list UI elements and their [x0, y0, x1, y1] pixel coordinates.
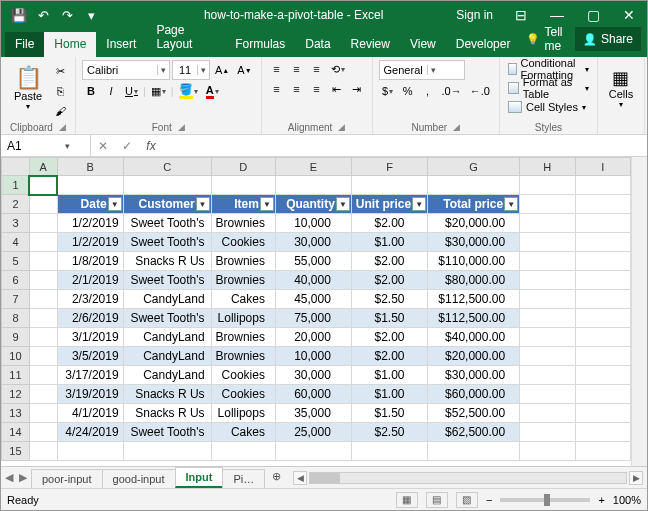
dialog-launcher-icon[interactable]: ◢ [453, 122, 460, 133]
cell-date[interactable]: 3/1/2019 [57, 328, 123, 347]
cell-quantity[interactable]: 10,000 [275, 214, 351, 233]
name-box-input[interactable] [1, 138, 61, 154]
row-header-12[interactable]: 12 [2, 385, 30, 404]
col-header-H[interactable]: H [520, 158, 575, 176]
cell[interactable] [575, 366, 630, 385]
row-header-9[interactable]: 9 [2, 328, 30, 347]
cell-quantity[interactable]: 30,000 [275, 233, 351, 252]
cell[interactable] [29, 233, 57, 252]
cell-total-price[interactable]: $52,500.00 [428, 404, 520, 423]
align-bottom-button[interactable]: ≡ [308, 60, 326, 78]
filter-icon[interactable]: ▼ [336, 197, 350, 211]
paste-button[interactable]: 📋 Paste ▾ [7, 60, 49, 116]
cut-button[interactable]: ✂ [51, 62, 69, 80]
comma-format-button[interactable]: , [419, 82, 437, 100]
new-sheet-button[interactable]: ⊕ [264, 467, 289, 488]
cell[interactable] [29, 442, 57, 461]
font-size-dropdown[interactable]: 11▾ [172, 60, 210, 80]
cell-customer[interactable]: Sweet Tooth's [123, 214, 211, 233]
border-button[interactable]: ▦ [148, 82, 169, 100]
cell-quantity[interactable]: 55,000 [275, 252, 351, 271]
row-header-13[interactable]: 13 [2, 404, 30, 423]
cell-customer[interactable]: Sweet Tooth's [123, 423, 211, 442]
cell-customer[interactable]: Snacks R Us [123, 385, 211, 404]
cell-date[interactable]: 4/1/2019 [57, 404, 123, 423]
cell-total-price[interactable]: $20,000.00 [428, 347, 520, 366]
cell[interactable] [29, 309, 57, 328]
cell-customer[interactable]: Sweet Tooth's [123, 233, 211, 252]
cell-quantity[interactable]: 20,000 [275, 328, 351, 347]
cell[interactable] [29, 290, 57, 309]
copy-button[interactable]: ⎘ [51, 82, 69, 100]
cell-total-price[interactable]: $20,000.00 [428, 214, 520, 233]
cell[interactable] [57, 442, 123, 461]
fx-icon[interactable]: fx [139, 139, 163, 153]
page-layout-view-button[interactable]: ▤ [426, 492, 448, 508]
cell-item[interactable]: Cookies [211, 385, 275, 404]
zoom-slider[interactable] [500, 498, 590, 502]
cell-quantity[interactable]: 30,000 [275, 366, 351, 385]
cell[interactable] [575, 195, 630, 214]
worksheet-grid[interactable]: ABCDEFGHI12Date▼Customer▼Item▼Quantity▼U… [1, 157, 631, 461]
tab-formulas[interactable]: Formulas [225, 32, 295, 57]
qat-customize-icon[interactable]: ▾ [81, 5, 101, 25]
filter-icon[interactable]: ▼ [412, 197, 426, 211]
sheet-tab-good-input[interactable]: good-input [102, 469, 176, 488]
cell-item[interactable]: Cakes [211, 423, 275, 442]
fill-color-button[interactable]: 🪣 [176, 82, 201, 100]
cell-date[interactable]: 3/19/2019 [57, 385, 123, 404]
cell-customer[interactable]: Sweet Tooth's [123, 271, 211, 290]
cell-customer[interactable]: Sweet Tooth's [123, 309, 211, 328]
scroll-left-icon[interactable]: ◀ [293, 471, 307, 485]
filter-icon[interactable]: ▼ [196, 197, 210, 211]
increase-indent-button[interactable]: ⇥ [348, 80, 366, 98]
cancel-formula-icon[interactable]: ✕ [91, 139, 115, 153]
col-header-I[interactable]: I [575, 158, 630, 176]
decrease-font-button[interactable]: A▼ [234, 61, 254, 79]
cell[interactable] [575, 423, 630, 442]
cell-total-price[interactable]: $30,000.00 [428, 366, 520, 385]
dialog-launcher-icon[interactable]: ◢ [338, 122, 345, 133]
scroll-right-icon[interactable]: ▶ [629, 471, 643, 485]
col-header-D[interactable]: D [211, 158, 275, 176]
font-color-button[interactable]: A [203, 82, 222, 100]
align-center-button[interactable]: ≡ [288, 80, 306, 98]
align-right-button[interactable]: ≡ [308, 80, 326, 98]
col-header-F[interactable]: F [351, 158, 427, 176]
row-header-4[interactable]: 4 [2, 233, 30, 252]
cell-total-price[interactable]: $112,500.00 [428, 309, 520, 328]
cell[interactable] [275, 176, 351, 195]
cell-customer[interactable]: Snacks R Us [123, 404, 211, 423]
table-header[interactable]: Item▼ [211, 195, 275, 214]
decrease-decimal-button[interactable]: ←.0 [467, 82, 493, 100]
row-header-15[interactable]: 15 [2, 442, 30, 461]
dialog-launcher-icon[interactable]: ◢ [178, 122, 185, 133]
col-header-G[interactable]: G [428, 158, 520, 176]
row-header-10[interactable]: 10 [2, 347, 30, 366]
col-header-B[interactable]: B [57, 158, 123, 176]
cell[interactable] [575, 385, 630, 404]
cell-unit-price[interactable]: $1.50 [351, 309, 427, 328]
cell[interactable] [575, 233, 630, 252]
cell-quantity[interactable]: 40,000 [275, 271, 351, 290]
sheet-nav-next-icon[interactable]: ▶ [19, 471, 27, 484]
cell[interactable] [29, 347, 57, 366]
redo-icon[interactable]: ↷ [57, 5, 77, 25]
cell-unit-price[interactable]: $1.00 [351, 233, 427, 252]
cell[interactable] [575, 176, 630, 195]
cell-item[interactable]: Brownies [211, 271, 275, 290]
italic-button[interactable]: I [102, 82, 120, 100]
cell[interactable] [575, 214, 630, 233]
cell[interactable] [520, 347, 575, 366]
table-header[interactable]: Date▼ [57, 195, 123, 214]
undo-icon[interactable]: ↶ [33, 5, 53, 25]
tab-developer[interactable]: Developer [446, 32, 521, 57]
cells-button[interactable]: ▦ Cells ▾ [604, 60, 638, 116]
cell-total-price[interactable]: $30,000.00 [428, 233, 520, 252]
cell[interactable] [29, 328, 57, 347]
cell-item[interactable]: Brownies [211, 328, 275, 347]
row-header-8[interactable]: 8 [2, 309, 30, 328]
number-format-dropdown[interactable]: General▾ [379, 60, 465, 80]
cell-item[interactable]: Lollipops [211, 309, 275, 328]
percent-format-button[interactable]: % [399, 82, 417, 100]
